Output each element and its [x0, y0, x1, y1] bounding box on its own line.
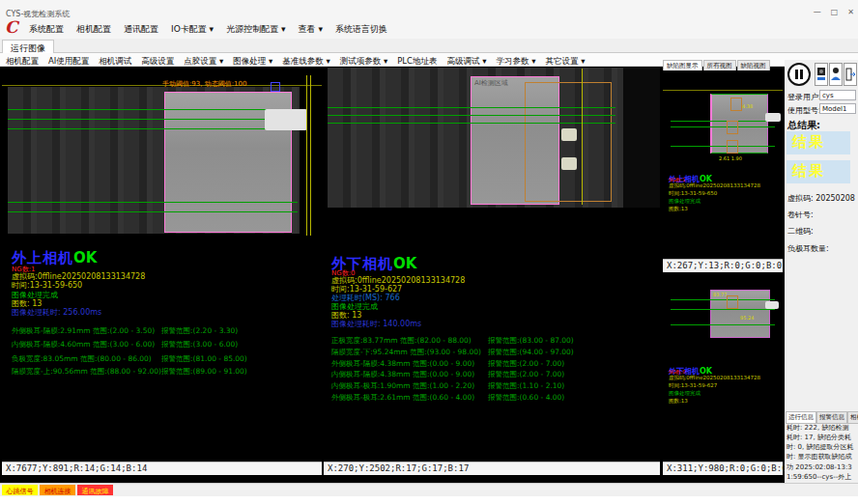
measurement-value: 内侧极耳-极耳:1.90mm 范围:(1.00 - 2.20) — [331, 381, 474, 390]
title-bar: CYS-视觉检测系统 — □ ✕ — [0, 0, 858, 17]
pause-button[interactable] — [787, 63, 811, 86]
measurement-value: 外侧极耳-隔膜:4.38mm 范围:(0.00 - 9.00) — [331, 359, 474, 368]
login-user-label: 登录用户: — [787, 92, 821, 102]
heartbeat-status-badge: 心跳信号 — [2, 485, 38, 495]
measure-line — [671, 126, 775, 127]
run-log[interactable]: 耗时: 222, 缺陷检测耗时: 17, 缺陷分类耗时: 0, 缺陷提取分区耗时… — [786, 423, 854, 481]
measure-line — [328, 107, 615, 108]
defect-view-top[interactable]: 4.38 2.61 1.90 外上相机OK NG数:1 虚拟码:0ffline2… — [663, 70, 783, 259]
menu-item-io-config[interactable]: IO卡配置 ▾ — [171, 23, 214, 36]
measurement-value: 隔膜宽度-上:90.56mm 范围:(88.00 - 92.00) — [12, 367, 161, 376]
defect-box — [727, 295, 738, 309]
menu-items: 系统配置 相机配置 通讯配置 IO卡配置 ▾ 光源控制配置 ▾ 查看 ▾ 系统语… — [29, 23, 387, 36]
close-icon[interactable]: ✕ — [847, 8, 854, 16]
measurement-value: 正极宽度:83.77mm 范围:(82.00 - 88.00) — [331, 336, 472, 345]
measurement-row: 内侧极耳-隔膜:4.60mm 范围:(3.00 - 6.00) 报警范围:(3.… — [12, 340, 321, 350]
process-done: 图像处理完成 — [669, 390, 701, 397]
comm-status-badge: 通讯故障 — [77, 485, 113, 495]
camera-view-left[interactable]: 手动阈值:93, 动态阈值:100 外上相机OK NG数:1 虚拟码:0ffli… — [2, 67, 322, 462]
measurement-row: 外侧极耳-隔膜:4.38mm 范围:(0.00 - 9.00) 报警范围:(2.… — [331, 359, 660, 369]
roi-orange-rect — [525, 82, 612, 202]
edge-yellow-line — [582, 69, 583, 205]
measure-line — [671, 299, 775, 300]
login-user-input[interactable] — [819, 90, 856, 100]
menu-item-camera-config[interactable]: 相机配置 — [76, 23, 111, 36]
measure-line — [8, 109, 298, 110]
alarm-range: 报警范围:(2.00 - 7.00) — [488, 370, 564, 379]
user-icon — [830, 64, 842, 85]
model-input[interactable] — [819, 103, 856, 114]
maximize-icon[interactable]: □ — [831, 8, 839, 16]
alarm-range: 报警范围:(81.00 - 85.00) — [161, 354, 247, 364]
minimize-icon[interactable]: — — [814, 8, 821, 16]
logout-tool-button[interactable] — [844, 63, 857, 86]
coordinate-bar-middle: X:270;Y:2502;R:17;G:17;B:17 — [324, 462, 660, 475]
virtual-code: 虚拟码:0ffline20250208133134728 — [669, 182, 760, 189]
measure-line — [671, 121, 775, 122]
result-box-2: 结果 — [786, 160, 850, 183]
camera-icon — [815, 64, 827, 85]
measure-line — [8, 211, 298, 212]
value-label: 4.38 — [742, 103, 753, 109]
dark-region — [623, 68, 660, 208]
measurement-value: 外侧极耳-极耳:2.61mm 范围:(0.60 - 4.00) — [331, 393, 474, 402]
tab-count-label: 负极耳数量: — [787, 243, 829, 254]
measurement-row: 外侧极耳-极耳:2.61mm 范围:(0.60 - 4.00) 报警范围:(0.… — [331, 393, 660, 403]
frame-count: 图数:13 — [669, 398, 688, 405]
alarm-range: 报警范围:(1.10 - 2.10) — [488, 381, 564, 391]
roll-number-label: 卷针号: — [787, 210, 814, 220]
virtual-code: 虚拟码:0ffline20250208133134728 — [669, 375, 760, 381]
menu-item-comm-config[interactable]: 通讯配置 — [124, 23, 158, 36]
status-ok: OK — [73, 249, 97, 266]
measurement-row: 内侧极耳-隔膜:4.38mm 范围:(0.00 - 9.00) 报警范围:(2.… — [331, 370, 660, 379]
bright-spot — [561, 128, 577, 141]
camera-status-badge: 相机连接 — [40, 485, 75, 495]
user-tool-button[interactable] — [829, 63, 843, 86]
measurement-row: 隔膜宽度-下:95.24mm 范围:(93.00 - 98.00) 报警范围:(… — [331, 348, 660, 357]
menu-item-language[interactable]: 系统语言切换 — [335, 23, 387, 36]
pause-icon — [795, 70, 798, 79]
defect-view-bottom[interactable]: 83.77 95.24 外下相机OK NG数:0 虚拟码:0ffline2025… — [663, 272, 783, 462]
camera-view-middle[interactable]: AI检测区域 外下相机OK NG数:0 虚拟码:0ffline202502081… — [324, 67, 660, 462]
value-label: 95.24 — [740, 315, 754, 321]
camera-tool-button[interactable] — [815, 63, 828, 86]
measurement-row: 内侧极耳-极耳:1.90mm 范围:(1.00 - 2.20) 报警范围:(1.… — [331, 381, 660, 391]
result-box-1: 结果 — [786, 131, 850, 154]
ai-region-label: AI检测区域 — [474, 78, 508, 88]
measure-line — [8, 202, 298, 203]
app-logo: C — [5, 17, 18, 37]
measurement-row: 隔膜宽度-上:90.56mm 范围:(88.00 - 92.00) 报警范围:(… — [12, 367, 321, 377]
alarm-range: 报警范围:(83.00 - 87.00) — [488, 336, 574, 346]
alarm-range: 报警范围:(2.20 - 3.30) — [161, 326, 238, 336]
defect-box — [727, 140, 738, 154]
measure-line — [8, 128, 298, 129]
qr-code-label: 二维码: — [787, 226, 814, 237]
coordinate-bar-left: X:7677;Y:891;R:14;G:14;B:14 — [2, 462, 322, 475]
capture-time: 时间:13-31-59-627 — [669, 382, 717, 389]
measurement-row: 负极宽度:83.05mm 范围:(80.00 - 86.00) 报警范围:(81… — [12, 354, 321, 364]
measure-line — [671, 324, 775, 325]
menu-item-view[interactable]: 查看 ▾ — [299, 23, 323, 36]
menu-item-system-config[interactable]: 系统配置 — [29, 23, 64, 36]
alarm-range: 报警范围:(3.00 - 6.00) — [161, 340, 238, 350]
total-result-label: 总结果: — [787, 119, 820, 132]
coordinate-bar-right: X:311;Y:980;R:0;G:0;B:0 — [663, 462, 783, 475]
capture-time: 时间:13-31-59-650 — [669, 190, 717, 197]
edge-yellow-line — [310, 75, 311, 236]
alarm-range: 报警范围:(0.60 - 4.00) — [488, 393, 564, 403]
measure-line — [671, 146, 775, 147]
menu-item-light-config[interactable]: 光源控制配置 ▾ — [226, 23, 285, 36]
measurement-row: 正极宽度:83.77mm 范围:(82.00 - 88.00) 报警范围:(83… — [331, 336, 660, 346]
process-time: 图像处理耗时: 256.00ms — [12, 307, 101, 318]
connector-blob — [765, 113, 781, 122]
coordinate-bar: X:267;Y:13;R:0;G:0;B:0 — [663, 259, 783, 272]
tab-run-image[interactable]: 运行图像 — [2, 40, 54, 53]
logout-arrow-icon — [844, 64, 856, 85]
measurement-value: 内侧极耳-隔膜:4.60mm 范围:(3.00 - 6.00) — [12, 340, 155, 349]
alarm-range: 报警范围:(89.00 - 91.00) — [161, 367, 247, 377]
measurement-value: 隔膜宽度-下:95.24mm 范围:(93.00 - 98.00) — [331, 348, 481, 356]
status-ok: OK — [393, 255, 416, 272]
measurement-value: 负极宽度:83.05mm 范围:(80.00 - 86.00) — [12, 354, 152, 363]
measure-line — [671, 309, 775, 310]
alarm-range: 报警范围:(94.00 - 97.00) — [488, 348, 574, 357]
